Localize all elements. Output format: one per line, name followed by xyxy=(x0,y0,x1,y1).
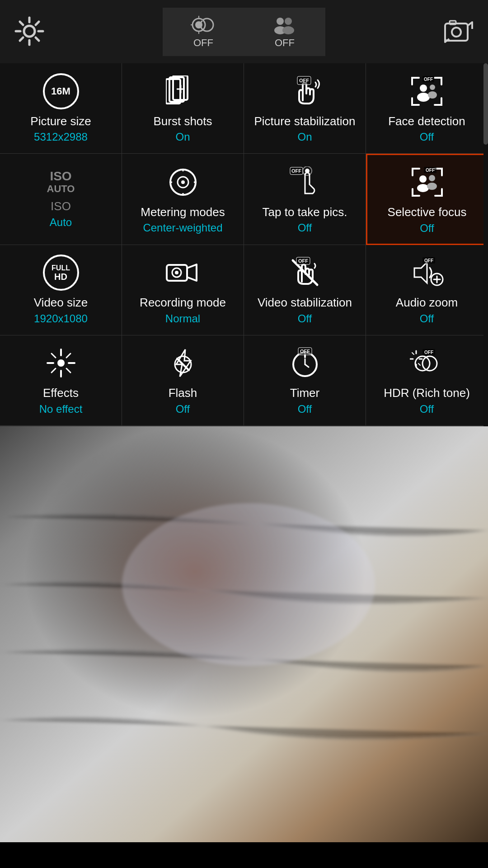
hdr-rich-tone-icon: OFF xyxy=(409,345,445,381)
video-stab-value: Off xyxy=(298,312,312,325)
svg-text:OFF: OFF xyxy=(291,168,301,174)
svg-point-31 xyxy=(417,93,430,102)
voice-icon xyxy=(271,15,298,35)
recording-mode-item[interactable]: Recording mode Normal xyxy=(122,245,244,335)
svg-line-5 xyxy=(20,22,23,25)
recording-mode-icon xyxy=(165,255,201,291)
hdr-rich-tone-value: Off xyxy=(420,403,434,415)
svg-text:OFF: OFF xyxy=(299,78,309,83)
timer-item[interactable]: OFF Timer Off xyxy=(244,335,366,426)
svg-point-19 xyxy=(282,26,294,34)
svg-point-30 xyxy=(420,85,427,92)
face-detection-label: Face detection xyxy=(388,114,465,129)
svg-point-33 xyxy=(428,91,437,99)
svg-marker-59 xyxy=(414,262,427,283)
effects-label: Effects xyxy=(43,386,79,401)
settings-button[interactable] xyxy=(14,15,45,48)
face-detection-item[interactable]: OFF Face detection Off xyxy=(366,63,488,154)
flash-icon xyxy=(165,345,201,381)
svg-point-55 xyxy=(175,271,178,274)
svg-text:OFF: OFF xyxy=(298,258,308,264)
svg-line-71 xyxy=(66,368,70,373)
svg-point-50 xyxy=(427,183,437,190)
face-detection-icon: OFF xyxy=(409,73,445,109)
hdr-rich-tone-label: HDR (Rich tone) xyxy=(384,386,470,401)
camera-bg-image xyxy=(0,426,488,842)
picture-stab-item[interactable]: OFF Picture stabilization On xyxy=(244,63,366,154)
recording-mode-label: Recording mode xyxy=(140,295,226,311)
svg-point-48 xyxy=(417,184,429,192)
burst-shots-value: On xyxy=(175,131,190,143)
svg-rect-20 xyxy=(445,24,468,41)
svg-text:OFF: OFF xyxy=(424,350,433,355)
svg-point-43 xyxy=(305,169,310,173)
selective-focus-icon: OFF xyxy=(409,164,445,200)
svg-point-65 xyxy=(57,359,65,367)
timer-icon: OFF xyxy=(287,345,323,381)
svg-line-70 xyxy=(52,354,56,358)
audio-zoom-icon: OFF xyxy=(409,255,445,291)
picture-size-item[interactable]: 16M Picture size 5312x2988 xyxy=(0,63,122,154)
svg-text:OFF: OFF xyxy=(424,77,433,82)
iso-icon: ISO AUTO xyxy=(47,170,75,194)
voice-top-value: OFF xyxy=(275,37,295,49)
gear-icon xyxy=(14,15,45,47)
picture-size-label: Picture size xyxy=(30,114,91,129)
hdr-top-button[interactable]: · OFF xyxy=(163,8,244,56)
switch-camera-button[interactable] xyxy=(443,15,474,48)
tap-to-take-icon: OFF xyxy=(287,164,323,200)
svg-line-88 xyxy=(418,363,420,365)
video-size-label: Video size xyxy=(34,295,88,311)
selective-focus-item[interactable]: OFF Selective focus Off xyxy=(366,154,488,245)
timer-label: Timer xyxy=(290,386,319,401)
scrollbar-thumb[interactable] xyxy=(483,63,488,145)
picture-stab-icon: OFF xyxy=(287,73,323,109)
switch-camera-icon xyxy=(443,15,474,47)
tap-to-take-label: Tap to take pics. xyxy=(263,205,347,220)
svg-line-80 xyxy=(305,364,309,367)
svg-point-47 xyxy=(419,175,427,183)
metering-modes-icon xyxy=(165,164,201,200)
flash-item[interactable]: Flash Off xyxy=(122,335,244,426)
video-stab-item[interactable]: OFF Video stabilization Off xyxy=(244,245,366,335)
recording-mode-value: Normal xyxy=(165,312,200,325)
svg-point-95 xyxy=(122,503,375,666)
metering-modes-label: Metering modes xyxy=(141,205,225,220)
svg-point-0 xyxy=(24,26,35,37)
timer-value: Off xyxy=(298,403,312,415)
svg-text:OFF: OFF xyxy=(300,349,310,354)
audio-zoom-value: Off xyxy=(420,312,434,325)
svg-line-8 xyxy=(20,38,23,41)
flash-label: Flash xyxy=(169,386,197,401)
tap-to-take-item[interactable]: OFF Tap to take pics. Off xyxy=(244,154,366,245)
voice-top-button[interactable]: OFF xyxy=(244,8,325,56)
video-stab-icon: OFF xyxy=(287,255,323,291)
burst-shots-item[interactable]: Burst shots On xyxy=(122,63,244,154)
svg-line-7 xyxy=(36,22,39,25)
video-size-item[interactable]: FULL HD Video size 868x488 xyxy=(0,245,122,335)
effects-item[interactable]: Effects No effect xyxy=(0,335,122,426)
iso-item[interactable]: ISO AUTO ISO Auto xyxy=(0,154,122,245)
effects-icon xyxy=(43,345,79,381)
face-detection-value: Off xyxy=(420,131,434,143)
svg-text:OFF: OFF xyxy=(424,258,433,263)
hdr-top-value: OFF xyxy=(193,37,213,49)
svg-line-6 xyxy=(36,38,39,41)
svg-point-16 xyxy=(277,18,284,25)
metering-modes-value: Center-weighted xyxy=(143,222,222,234)
svg-line-73 xyxy=(52,368,56,373)
metering-modes-item[interactable]: Metering modes Center-weighted xyxy=(122,154,244,245)
hdr-icon: · xyxy=(190,15,217,35)
camera-viewfinder xyxy=(0,426,488,842)
top-bar-center: · OFF OFF xyxy=(163,8,325,56)
settings-grid: 16M Picture size 5312x2988 Burst shots O… xyxy=(0,63,488,426)
video-size-value: 868x488 xyxy=(34,312,88,325)
svg-text:·: · xyxy=(202,18,203,23)
effects-value: No effect xyxy=(39,403,83,415)
svg-point-49 xyxy=(429,175,435,181)
audio-zoom-item[interactable]: OFF Audio zoom Off xyxy=(366,245,488,335)
hdr-rich-tone-item[interactable]: OFF HDR (Rich tone) Off xyxy=(366,335,488,426)
picture-stab-label: Picture stabilization xyxy=(254,114,356,129)
svg-line-87 xyxy=(412,353,414,354)
svg-point-38 xyxy=(181,180,185,184)
